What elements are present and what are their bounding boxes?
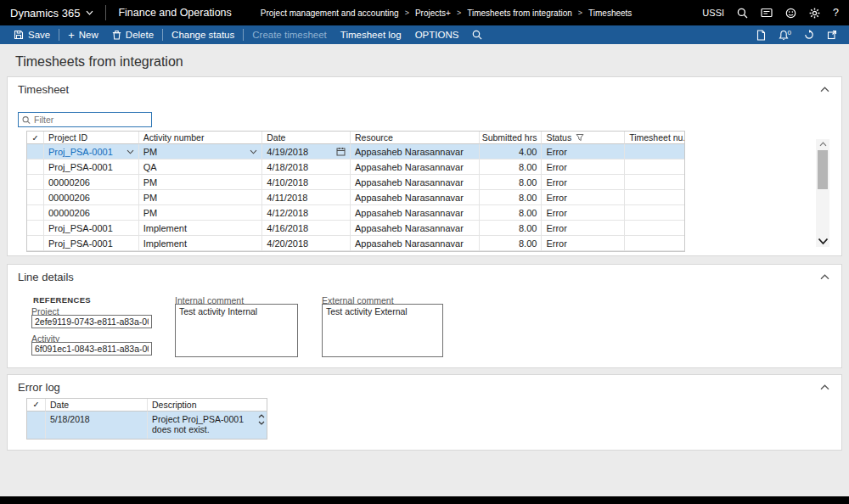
timesheet-number-cell[interactable] (625, 190, 684, 205)
new-button[interactable]: + New (61, 25, 105, 44)
filter-input[interactable] (34, 115, 148, 125)
activity-number-cell[interactable]: PM (139, 175, 263, 190)
search-icon[interactable] (737, 8, 748, 19)
timesheet-number-cell[interactable] (625, 221, 684, 236)
breadcrumb-item[interactable]: Timesheets (588, 8, 632, 18)
collapse-line-details-button[interactable] (818, 272, 831, 282)
column-header-resource[interactable]: Resource (351, 132, 480, 144)
select-all-header[interactable]: ✓ (27, 132, 44, 144)
submitted-hrs-cell[interactable]: 8.00 (480, 236, 543, 251)
timesheet-number-cell[interactable] (625, 144, 684, 160)
breadcrumb-item[interactable]: Projects+ (415, 8, 451, 18)
column-header-date[interactable]: Date (46, 399, 148, 412)
collapse-timesheet-button[interactable] (818, 85, 831, 94)
date-cell[interactable]: 4/12/2018 (262, 205, 351, 221)
activity-number-cell[interactable]: Implement (139, 236, 263, 251)
resource-cell[interactable]: Appasaheb Narasannavar (351, 221, 480, 236)
save-button[interactable]: Save (7, 25, 57, 44)
project-id-cell[interactable]: Proj_PSA-0001 (44, 221, 139, 236)
breadcrumb-item[interactable]: Project management and accounting (261, 8, 399, 18)
status-cell[interactable]: Error (542, 221, 625, 236)
column-header-timesheet-number[interactable]: Timesheet nu... (625, 132, 684, 144)
row-select-checkbox[interactable] (27, 236, 44, 251)
activity-field[interactable] (31, 342, 152, 356)
date-cell[interactable]: 4/20/2018 (262, 236, 351, 251)
activity-number-cell[interactable]: PM (139, 144, 263, 160)
resource-cell[interactable]: Appasaheb Narasannavar (351, 205, 480, 221)
project-id-cell[interactable]: 00000206 (44, 175, 139, 190)
submitted-hrs-cell[interactable]: 8.00 (480, 205, 543, 221)
error-date-cell[interactable]: 5/18/2018 (46, 412, 148, 439)
collapse-error-log-button[interactable] (818, 383, 831, 392)
notifications-icon[interactable]: 0 (779, 30, 791, 41)
delete-button[interactable]: Delete (105, 25, 160, 44)
project-id-cell[interactable]: Proj_PSA-0001 (44, 236, 139, 251)
scroll-down-icon[interactable] (818, 238, 829, 247)
scroll-up-icon[interactable] (819, 139, 827, 147)
timesheet-row[interactable]: 00000206 PM 4/11/2018 Appasaheb Narasann… (27, 190, 684, 205)
timesheet-row[interactable]: Proj_PSA-0001 Implement 4/20/2018 Appasa… (27, 236, 684, 251)
resource-cell[interactable]: Appasaheb Narasannavar (351, 160, 480, 175)
attachments-icon[interactable] (756, 30, 766, 41)
help-icon[interactable]: ? (833, 7, 839, 19)
errorlog-row[interactable]: 5/18/2018 Project Proj_PSA-0001 does not… (27, 412, 267, 439)
column-header-date[interactable]: Date (262, 132, 351, 144)
create-timesheet-button[interactable]: Create timesheet (245, 25, 334, 44)
status-cell[interactable]: Error (542, 175, 625, 190)
scrollbar-thumb[interactable] (818, 150, 828, 189)
actionpane-search-icon[interactable] (465, 25, 489, 44)
column-header-description[interactable]: Description (148, 399, 267, 412)
activity-number-cell[interactable]: QA (139, 160, 263, 175)
row-select-checkbox[interactable] (27, 160, 44, 175)
status-cell[interactable]: Error (542, 236, 625, 251)
error-description-cell[interactable]: Project Proj_PSA-0001 does not exist. (148, 412, 267, 439)
row-select-checkbox[interactable] (27, 221, 44, 236)
status-cell[interactable]: Error (542, 190, 625, 205)
timesheet-number-cell[interactable] (625, 160, 684, 175)
company-picker[interactable]: USSI (702, 8, 724, 18)
activity-number-cell[interactable]: Implement (139, 221, 263, 236)
internal-comment-field[interactable]: Test activity Internal (175, 304, 298, 357)
project-field[interactable] (31, 315, 152, 328)
submitted-hrs-cell[interactable]: 8.00 (480, 160, 543, 175)
timesheet-row[interactable]: Proj_PSA-0001 QA 4/18/2018 Appasaheb Nar… (27, 160, 684, 175)
feedback-smiley-icon[interactable] (785, 8, 796, 19)
project-id-cell[interactable]: Proj_PSA-0001 (44, 144, 139, 160)
status-cell[interactable]: Error (542, 160, 625, 175)
submitted-hrs-cell[interactable]: 4.00 (480, 144, 543, 160)
refresh-icon[interactable] (804, 30, 814, 40)
cell-scrollbar[interactable] (258, 414, 265, 425)
date-cell[interactable]: 4/10/2018 (262, 175, 351, 190)
options-button[interactable]: OPTIONS (408, 25, 466, 44)
status-cell[interactable]: Error (542, 144, 625, 160)
project-id-cell[interactable]: 00000206 (44, 190, 139, 205)
project-id-cell[interactable]: Proj_PSA-0001 (44, 160, 139, 175)
submitted-hrs-cell[interactable]: 8.00 (480, 175, 543, 190)
row-select-checkbox[interactable] (27, 205, 44, 221)
dynamics-home-menu[interactable]: Dynamics 365 (10, 7, 93, 20)
breadcrumb-item[interactable]: Timesheets from integration (467, 8, 572, 18)
activity-number-cell[interactable]: PM (139, 205, 263, 221)
submitted-hrs-cell[interactable]: 8.00 (480, 221, 543, 236)
select-all-header[interactable]: ✓ (27, 399, 46, 412)
module-link[interactable]: Finance and Operations (118, 7, 231, 19)
change-status-button[interactable]: Change status (165, 25, 241, 44)
timesheet-row[interactable]: 00000206 PM 4/12/2018 Appasaheb Narasann… (27, 205, 684, 221)
vertical-scrollbar[interactable] (816, 139, 829, 247)
timesheet-row[interactable]: 00000206 PM 4/10/2018 Appasaheb Narasann… (27, 175, 684, 190)
column-header-submitted-hrs[interactable]: Submitted hrs (480, 132, 543, 144)
timesheet-row[interactable]: Proj_PSA-0001 PM 4/19/2018 Appasaheb Nar… (27, 144, 684, 160)
resource-cell[interactable]: Appasaheb Narasannavar (351, 144, 480, 160)
row-select-checkbox[interactable] (27, 190, 44, 205)
row-select-checkbox[interactable] (27, 175, 44, 190)
settings-gear-icon[interactable] (809, 8, 820, 19)
status-cell[interactable]: Error (542, 205, 625, 221)
column-header-project-id[interactable]: Project ID (44, 132, 139, 144)
date-cell[interactable]: 4/16/2018 (262, 221, 351, 236)
timesheet-number-cell[interactable] (625, 175, 684, 190)
row-select-checkbox[interactable] (27, 412, 46, 439)
column-header-activity-number[interactable]: Activity number (139, 132, 263, 144)
project-id-cell[interactable]: 00000206 (44, 205, 139, 221)
submitted-hrs-cell[interactable]: 8.00 (480, 190, 543, 205)
timesheet-number-cell[interactable] (625, 205, 684, 221)
